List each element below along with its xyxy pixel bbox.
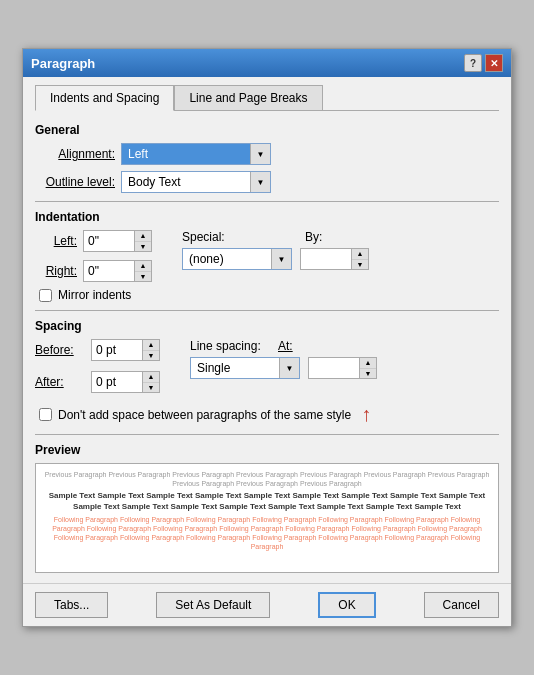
by-spinbox[interactable]: ▲ ▼ bbox=[300, 248, 369, 270]
cancel-button[interactable]: Cancel bbox=[424, 592, 499, 618]
divider-3 bbox=[35, 434, 499, 435]
indentation-section: Indentation Left: ▲ ▼ bbox=[35, 210, 499, 302]
before-down[interactable]: ▼ bbox=[143, 351, 159, 361]
alignment-label: Alignment: bbox=[35, 147, 115, 161]
alignment-dropdown-btn[interactable]: ▼ bbox=[250, 144, 270, 164]
at-label: At: bbox=[278, 339, 293, 353]
after-input[interactable] bbox=[92, 372, 142, 392]
dont-add-checkbox[interactable] bbox=[39, 408, 52, 421]
after-label: After: bbox=[35, 375, 85, 389]
special-select[interactable]: (none) ▼ bbox=[182, 248, 292, 270]
dialog-title: Paragraph bbox=[31, 56, 95, 71]
at-input[interactable] bbox=[309, 358, 359, 378]
preview-label: Preview bbox=[35, 443, 499, 457]
left-indent-spin-btns: ▲ ▼ bbox=[134, 231, 151, 251]
after-spinbox[interactable]: ▲ ▼ bbox=[91, 371, 160, 393]
before-label: Before: bbox=[35, 343, 85, 357]
outline-value: Body Text bbox=[122, 172, 250, 192]
preview-previous: Previous Paragraph Previous Paragraph Pr… bbox=[42, 470, 492, 488]
before-input[interactable] bbox=[92, 340, 142, 360]
left-indent-up[interactable]: ▲ bbox=[135, 231, 151, 242]
alignment-group: Alignment: Left ▼ bbox=[35, 143, 499, 165]
by-spin-btns: ▲ ▼ bbox=[351, 249, 368, 269]
outline-select[interactable]: Body Text ▼ bbox=[121, 171, 271, 193]
right-indent-label: Right: bbox=[35, 264, 77, 278]
right-indent-input[interactable] bbox=[84, 261, 134, 281]
spacing-section: Spacing Before: ▲ ▼ bbox=[35, 319, 499, 426]
line-spacing-label: Line spacing: bbox=[190, 339, 270, 353]
after-up[interactable]: ▲ bbox=[143, 372, 159, 383]
bottom-buttons: Tabs... Set As Default OK Cancel bbox=[23, 583, 511, 626]
tab-indents-spacing[interactable]: Indents and Spacing bbox=[35, 85, 174, 111]
alignment-select[interactable]: Left ▼ bbox=[121, 143, 271, 165]
mirror-indents-label: Mirror indents bbox=[58, 288, 131, 302]
tabs-button[interactable]: Tabs... bbox=[35, 592, 108, 618]
left-indent-input[interactable] bbox=[84, 231, 134, 251]
before-spinbox[interactable]: ▲ ▼ bbox=[91, 339, 160, 361]
at-spin-btns: ▲ ▼ bbox=[359, 358, 376, 378]
outline-group: Outline level: Body Text ▼ bbox=[35, 171, 499, 193]
at-down[interactable]: ▼ bbox=[360, 369, 376, 379]
right-indent-up[interactable]: ▲ bbox=[135, 261, 151, 272]
paragraph-dialog: Paragraph ? ✕ Indents and Spacing Line a… bbox=[22, 48, 512, 627]
line-spacing-dropdown-btn[interactable]: ▼ bbox=[279, 358, 299, 378]
dont-add-row: Don't add space between paragraphs of th… bbox=[35, 403, 499, 426]
left-indent-down[interactable]: ▼ bbox=[135, 242, 151, 252]
by-input[interactable] bbox=[301, 249, 351, 269]
outline-label: Outline level: bbox=[35, 175, 115, 189]
title-bar-buttons: ? ✕ bbox=[464, 54, 503, 72]
alignment-value: Left bbox=[122, 144, 250, 164]
before-spin-btns: ▲ ▼ bbox=[142, 340, 159, 360]
by-up[interactable]: ▲ bbox=[352, 249, 368, 260]
line-spacing-select[interactable]: Single ▼ bbox=[190, 357, 300, 379]
right-indent-spin-btns: ▲ ▼ bbox=[134, 261, 151, 281]
preview-section: Preview Previous Paragraph Previous Para… bbox=[35, 443, 499, 573]
after-spin-btns: ▲ ▼ bbox=[142, 372, 159, 392]
special-label: Special: bbox=[182, 230, 237, 244]
outline-dropdown-btn[interactable]: ▼ bbox=[250, 172, 270, 192]
set-default-button[interactable]: Set As Default bbox=[156, 592, 270, 618]
after-spacing-row: After: ▲ ▼ bbox=[35, 371, 160, 393]
dont-add-label: Don't add space between paragraphs of th… bbox=[58, 408, 351, 422]
indent-left-group: Left: ▲ ▼ bbox=[35, 230, 152, 252]
mirror-indents-row: Mirror indents bbox=[35, 288, 499, 302]
general-section: General Alignment: Left ▼ Outline level:… bbox=[35, 123, 499, 193]
divider-1 bbox=[35, 201, 499, 202]
indentation-label: Indentation bbox=[35, 210, 499, 224]
general-label: General bbox=[35, 123, 499, 137]
close-button[interactable]: ✕ bbox=[485, 54, 503, 72]
tab-bar: Indents and Spacing Line and Page Breaks bbox=[35, 85, 499, 111]
left-indent-spinbox[interactable]: ▲ ▼ bbox=[83, 230, 152, 252]
title-bar: Paragraph ? ✕ bbox=[23, 49, 511, 77]
left-indent-label: Left: bbox=[35, 234, 77, 248]
preview-following: Following Paragraph Following Paragraph … bbox=[42, 515, 492, 551]
after-down[interactable]: ▼ bbox=[143, 383, 159, 393]
spacing-label: Spacing bbox=[35, 319, 499, 333]
by-down[interactable]: ▼ bbox=[352, 260, 368, 270]
help-button[interactable]: ? bbox=[464, 54, 482, 72]
special-dropdown-btn[interactable]: ▼ bbox=[271, 249, 291, 269]
special-value: (none) bbox=[183, 249, 271, 269]
by-label: By: bbox=[305, 230, 322, 244]
divider-2 bbox=[35, 310, 499, 311]
preview-sample: Sample Text Sample Text Sample Text Samp… bbox=[42, 490, 492, 512]
at-up[interactable]: ▲ bbox=[360, 358, 376, 369]
preview-box: Previous Paragraph Previous Paragraph Pr… bbox=[35, 463, 499, 573]
at-spinbox[interactable]: ▲ ▼ bbox=[308, 357, 377, 379]
right-indent-down[interactable]: ▼ bbox=[135, 272, 151, 282]
line-spacing-value: Single bbox=[191, 358, 279, 378]
before-up[interactable]: ▲ bbox=[143, 340, 159, 351]
before-spacing-row: Before: ▲ ▼ bbox=[35, 339, 160, 361]
mirror-indents-checkbox[interactable] bbox=[39, 289, 52, 302]
right-indent-spinbox[interactable]: ▲ ▼ bbox=[83, 260, 152, 282]
tab-line-page-breaks[interactable]: Line and Page Breaks bbox=[174, 85, 322, 110]
arrow-indicator: ↑ bbox=[361, 403, 371, 426]
ok-button[interactable]: OK bbox=[318, 592, 375, 618]
dialog-body: Indents and Spacing Line and Page Breaks… bbox=[23, 77, 511, 583]
indent-right-group: Right: ▲ ▼ bbox=[35, 260, 152, 282]
